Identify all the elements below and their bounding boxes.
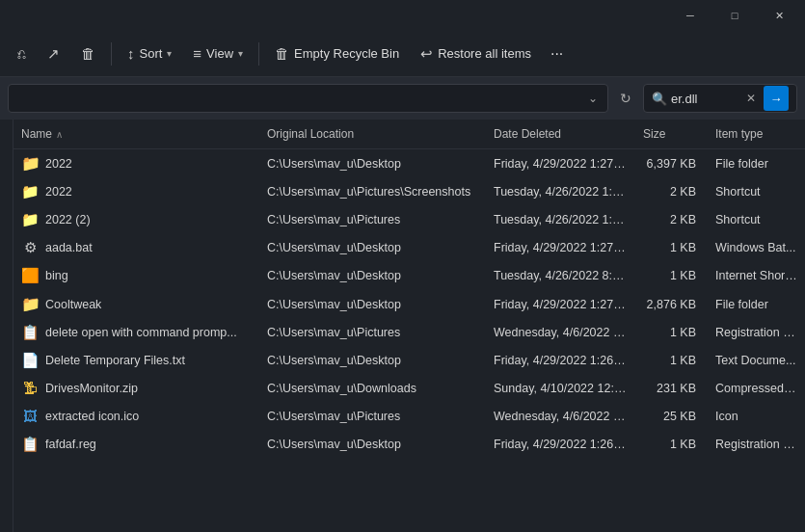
file-name: bing <box>45 269 68 282</box>
titlebar: ─ □ ✕ <box>0 0 805 31</box>
file-size: 6,397 KB <box>635 154 708 173</box>
file-original-location: C:\Users\mav_u\Pictures\Screenshots <box>259 182 486 201</box>
delete-icon: 🗑 <box>81 45 95 62</box>
view-icon: ≡ <box>193 45 201 62</box>
empty-label: Empty Recycle Bin <box>294 46 399 61</box>
back-icon: ⎌ <box>17 45 26 62</box>
sort-button[interactable]: ↕ Sort ▾ <box>118 40 181 67</box>
file-type-icon: 🟧 <box>21 267 39 284</box>
file-item-type: Icon <box>708 407 805 426</box>
table-row[interactable]: ⚙ aada.bat C:\Users\mav_u\Desktop Friday… <box>13 234 805 262</box>
file-rows-container: 📁 2022 C:\Users\mav_u\Desktop Friday, 4/… <box>13 149 805 459</box>
sort-label: Sort <box>140 46 163 61</box>
file-item-type: File folder <box>708 154 805 173</box>
file-name: delete open with command promp... <box>45 326 237 339</box>
table-row[interactable]: 📋 delete open with command promp... C:\U… <box>13 319 805 347</box>
restore-icon: ↩ <box>420 45 433 63</box>
restore-label: Restore all items <box>438 46 531 61</box>
file-original-location: C:\Users\mav_u\Pictures <box>259 323 486 342</box>
file-date-deleted: Tuesday, 4/26/2022 1:28 PM <box>486 182 635 201</box>
table-row[interactable]: 📁 2022 (2) C:\Users\mav_u\Pictures Tuesd… <box>13 206 805 234</box>
address-input-container: ⌄ <box>8 84 608 113</box>
view-chevron-icon: ▾ <box>238 48 243 59</box>
maximize-button[interactable]: □ <box>712 0 757 31</box>
sep2 <box>258 42 259 66</box>
sep1 <box>111 42 112 66</box>
empty-recycle-bin-button[interactable]: 🗑 Empty Recycle Bin <box>265 40 409 67</box>
share-button[interactable]: ↗ <box>38 40 69 68</box>
file-name-cell: 📋 fafdaf.reg <box>13 433 259 456</box>
file-type-icon: 📋 <box>21 436 39 453</box>
file-size: 231 KB <box>635 379 708 398</box>
file-item-type: File folder <box>708 295 805 314</box>
col-header-size[interactable]: Size <box>635 123 708 145</box>
file-size: 1 KB <box>635 323 708 342</box>
table-row[interactable]: 📋 fafdaf.reg C:\Users\mav_u\Desktop Frid… <box>13 431 805 459</box>
file-original-location: C:\Users\mav_u\Desktop <box>259 266 486 285</box>
file-original-location: C:\Users\mav_u\Pictures <box>259 210 486 229</box>
file-original-location: C:\Users\mav_u\Desktop <box>259 238 486 257</box>
file-date-deleted: Friday, 4/29/2022 1:27 PM <box>486 238 635 257</box>
delete-button[interactable]: 🗑 <box>71 40 105 67</box>
file-name: fafdaf.reg <box>45 438 96 451</box>
file-type-icon: 📁 <box>21 183 39 200</box>
file-type-icon: 📋 <box>21 324 39 341</box>
file-original-location: C:\Users\mav_u\Desktop <box>259 154 486 173</box>
col-header-original-location[interactable]: Original Location <box>259 123 486 145</box>
file-name-cell: 🟧 bing <box>13 264 259 287</box>
file-date-deleted: Wednesday, 4/6/2022 3:58... <box>486 407 635 426</box>
restore-items-button[interactable]: ↩ Restore all items <box>411 40 541 68</box>
file-name-cell: 📁 2022 <box>13 151 259 175</box>
table-row[interactable]: 📁 2022 C:\Users\mav_u\Pictures\Screensho… <box>13 178 805 206</box>
file-date-deleted: Sunday, 4/10/2022 12:33 P... <box>486 379 635 398</box>
empty-bin-icon: 🗑 <box>275 45 289 62</box>
file-date-deleted: Tuesday, 4/26/2022 1:29 PM <box>486 210 635 229</box>
file-item-type: Shortcut <box>708 182 805 201</box>
table-row[interactable]: 📁 2022 C:\Users\mav_u\Desktop Friday, 4/… <box>13 149 805 178</box>
col-header-name[interactable]: Name ∧ <box>13 123 259 145</box>
search-icon: 🔍 <box>652 92 667 106</box>
file-name: Cooltweak <box>45 298 101 311</box>
file-name-cell: 🖼 extracted icon.ico <box>13 405 259 428</box>
table-row[interactable]: 🟧 bing C:\Users\mav_u\Desktop Tuesday, 4… <box>13 262 805 290</box>
file-type-icon: ⚙ <box>21 239 39 256</box>
col-header-item-type[interactable]: Item type <box>708 123 805 145</box>
file-original-location: C:\Users\mav_u\Desktop <box>259 295 486 314</box>
minimize-button[interactable]: ─ <box>668 0 712 31</box>
file-type-icon: 📁 <box>21 154 39 173</box>
file-type-icon: 📄 <box>21 352 39 369</box>
table-row[interactable]: 🗜 DrivesMonitor.zip C:\Users\mav_u\Downl… <box>13 375 805 403</box>
search-input[interactable] <box>671 92 738 106</box>
search-box: 🔍 ✕ → <box>643 84 797 113</box>
share-icon: ↗ <box>47 45 60 63</box>
file-size: 1 KB <box>635 435 708 454</box>
more-options-button[interactable]: ··· <box>543 40 571 68</box>
file-name-cell: 📁 2022 (2) <box>13 208 259 231</box>
table-row[interactable]: 📄 Delete Temporary Files.txt C:\Users\ma… <box>13 347 805 375</box>
file-item-type: Shortcut <box>708 210 805 229</box>
file-name: 2022 (2) <box>45 213 91 226</box>
file-size: 1 KB <box>635 238 708 257</box>
search-clear-button[interactable]: ✕ <box>742 90 760 107</box>
table-row[interactable]: 📁 Cooltweak C:\Users\mav_u\Desktop Frida… <box>13 290 805 319</box>
col-header-date-deleted[interactable]: Date Deleted <box>486 123 635 145</box>
file-original-location: C:\Users\mav_u\Downloads <box>259 379 486 398</box>
file-type-icon: 🗜 <box>21 380 39 397</box>
file-item-type: Windows Bat... <box>708 238 805 257</box>
file-size: 1 KB <box>635 351 708 370</box>
address-chevron-button[interactable]: ⌄ <box>584 88 602 109</box>
back-button[interactable]: ⎌ <box>8 40 36 67</box>
search-go-button[interactable]: → <box>764 86 789 111</box>
file-name-cell: 📁 Cooltweak <box>13 292 259 316</box>
view-button[interactable]: ≡ View ▾ <box>183 40 253 67</box>
refresh-button[interactable]: ↻ <box>614 87 637 110</box>
file-date-deleted: Friday, 4/29/2022 1:26 PM <box>486 351 635 370</box>
main-area: Name ∧ Original Location Date Deleted Si… <box>0 120 805 532</box>
address-input[interactable] <box>14 84 580 113</box>
view-label: View <box>206 46 233 61</box>
file-name: 2022 <box>45 185 72 199</box>
table-row[interactable]: 🖼 extracted icon.ico C:\Users\mav_u\Pict… <box>13 403 805 431</box>
sort-icon: ↕ <box>127 45 135 62</box>
toolbar: ⎌ ↗ 🗑 ↕ Sort ▾ ≡ View ▾ 🗑 Empty Recycle … <box>0 31 805 77</box>
close-button[interactable]: ✕ <box>757 0 801 31</box>
